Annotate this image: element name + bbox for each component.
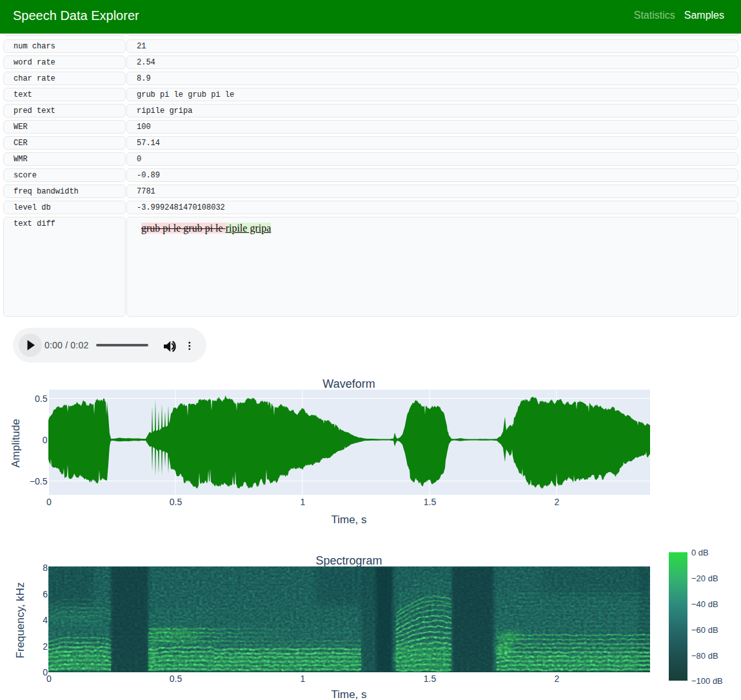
svg-text:−20 dB: −20 dB <box>691 574 718 583</box>
svg-text:0: 0 <box>46 497 52 507</box>
svg-text:Waveform: Waveform <box>322 377 375 390</box>
svg-text:0: 0 <box>43 435 48 445</box>
svg-text:2: 2 <box>555 497 560 507</box>
svg-text:−0.5: −0.5 <box>30 476 48 486</box>
svg-text:6: 6 <box>43 589 48 599</box>
svg-text:0.5: 0.5 <box>170 674 183 684</box>
svg-text:Time, s: Time, s <box>331 688 366 700</box>
svg-text:−100 dB: −100 dB <box>691 676 723 686</box>
svg-text:0.5: 0.5 <box>35 394 48 404</box>
svg-text:Amplitude: Amplitude <box>10 419 22 468</box>
svg-text:−60 dB: −60 dB <box>691 625 718 635</box>
svg-text:2: 2 <box>43 641 48 652</box>
svg-text:0.5: 0.5 <box>170 497 183 507</box>
svg-text:Spectrogram: Spectrogram <box>315 554 382 567</box>
svg-text:1: 1 <box>301 674 306 684</box>
svg-text:−40 dB: −40 dB <box>691 599 718 609</box>
svg-text:2: 2 <box>555 674 560 684</box>
svg-text:4: 4 <box>43 615 48 625</box>
svg-text:−80 dB: −80 dB <box>691 651 718 661</box>
svg-text:1: 1 <box>301 497 306 507</box>
svg-text:8: 8 <box>43 563 48 573</box>
svg-text:Frequency, kHz: Frequency, kHz <box>14 583 26 659</box>
svg-text:Time, s: Time, s <box>331 514 366 526</box>
svg-text:0: 0 <box>46 674 52 684</box>
svg-text:1.5: 1.5 <box>424 674 437 684</box>
svg-text:0 dB: 0 dB <box>691 548 709 557</box>
svg-text:1.5: 1.5 <box>424 497 437 507</box>
